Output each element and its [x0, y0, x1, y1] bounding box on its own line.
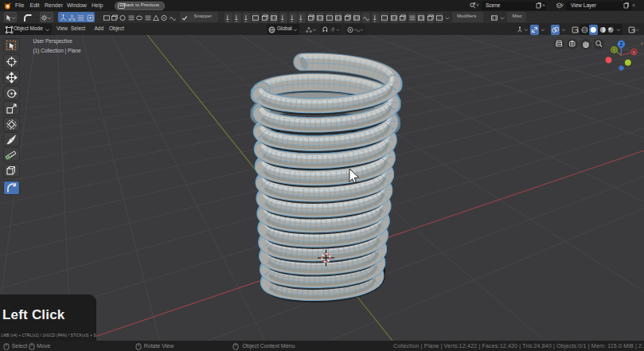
svg-text:X: X: [633, 50, 636, 55]
svg-text:Z: Z: [619, 41, 623, 47]
svg-text:‹: ‹: [641, 40, 643, 47]
svg-text:Y: Y: [613, 48, 616, 53]
